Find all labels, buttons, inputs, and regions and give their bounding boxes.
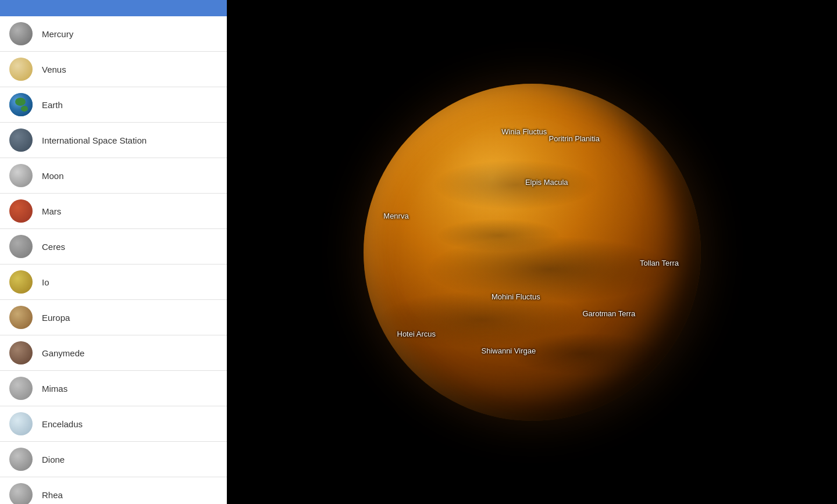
sidebar-item-dione[interactable]: Dione (0, 442, 227, 477)
sidebar-header (0, 0, 227, 16)
mercury-icon (9, 22, 33, 45)
planet-container: Winia FluctusPoritrin PlanitiaElpis Macu… (364, 84, 701, 421)
main-view: Winia FluctusPoritrin PlanitiaElpis Macu… (227, 0, 837, 504)
enceladus-icon (9, 412, 33, 435)
sidebar: MercuryVenusEarthInternational Space Sta… (0, 0, 227, 504)
iss-label: International Space Station (42, 135, 147, 145)
planet-list: MercuryVenusEarthInternational Space Sta… (0, 16, 227, 504)
earth-label: Earth (42, 100, 63, 110)
enceladus-label: Enceladus (42, 419, 83, 429)
europa-label: Europa (42, 313, 70, 323)
mimas-label: Mimas (42, 384, 67, 394)
sidebar-item-mercury[interactable]: Mercury (0, 16, 227, 52)
ceres-label: Ceres (42, 242, 65, 252)
sidebar-item-rhea[interactable]: Rhea (0, 477, 227, 504)
mercury-label: Mercury (42, 29, 73, 39)
venus-label: Venus (42, 65, 66, 74)
moon-label: Moon (42, 171, 64, 181)
ganymede-icon (9, 341, 33, 364)
io-icon (9, 270, 33, 294)
sidebar-item-europa[interactable]: Europa (0, 300, 227, 335)
venus-icon (9, 58, 33, 81)
earth-icon (9, 93, 33, 116)
sidebar-item-mimas[interactable]: Mimas (0, 371, 227, 406)
rhea-label: Rhea (42, 490, 63, 500)
moon-icon (9, 164, 33, 187)
sidebar-item-iss[interactable]: International Space Station (0, 123, 227, 158)
ganymede-label: Ganymede (42, 348, 84, 358)
mars-icon (9, 199, 33, 223)
planet-sphere (364, 84, 701, 421)
dione-icon (9, 448, 33, 471)
sidebar-item-venus[interactable]: Venus (0, 52, 227, 87)
sidebar-item-ganymede[interactable]: Ganymede (0, 335, 227, 371)
sidebar-item-moon[interactable]: Moon (0, 158, 227, 194)
sidebar-item-mars[interactable]: Mars (0, 194, 227, 229)
europa-icon (9, 306, 33, 329)
io-label: Io (42, 277, 49, 287)
dione-label: Dione (42, 455, 65, 464)
sidebar-item-earth[interactable]: Earth (0, 87, 227, 123)
sidebar-item-io[interactable]: Io (0, 264, 227, 300)
iss-icon (9, 128, 33, 152)
sidebar-item-ceres[interactable]: Ceres (0, 229, 227, 264)
ceres-icon (9, 235, 33, 258)
mimas-icon (9, 377, 33, 400)
sidebar-item-enceladus[interactable]: Enceladus (0, 406, 227, 442)
mars-label: Mars (42, 206, 61, 216)
rhea-icon (9, 483, 33, 504)
